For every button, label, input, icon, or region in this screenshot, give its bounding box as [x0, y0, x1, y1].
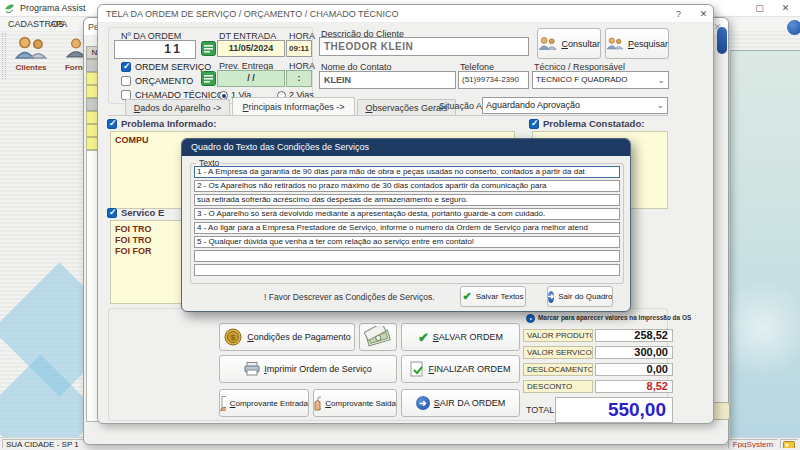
orcamento-checkbox[interactable]: [121, 76, 131, 86]
receipt-out-button[interactable]: Comprovante Saida: [313, 389, 397, 417]
consult-button[interactable]: Consultar: [537, 28, 601, 59]
tab-dados-label: Dados do Aparelho ->: [134, 103, 221, 113]
exit-order-button[interactable]: ➜ SAIR DA ORDEM: [401, 389, 520, 417]
valor-servicos-label: VALOR SERVICOS: [523, 346, 593, 359]
condition-line-5[interactable]: 4 - Ao ligar para a Empresa Prestadore d…: [194, 222, 620, 234]
valor-servicos-value[interactable]: 300,00: [595, 346, 673, 359]
servico-executado-checkbox[interactable]: [107, 208, 117, 218]
payment-conditions-button[interactable]: $ Condições de Pagamento: [219, 323, 355, 351]
chevron-down-icon: ⌄: [657, 72, 665, 88]
green-check-icon: ✔: [418, 331, 429, 344]
status-brand: FpqSystem: [728, 439, 778, 449]
order-title-bar: TELA DA ORDEM DE SERVIÇO / ORÇAMENTO / C…: [98, 5, 713, 23]
save-order-label: SALVAR ORDEM: [433, 332, 503, 342]
tab-observacoes-label: Observações Gerais: [365, 103, 447, 113]
total-value: 550,00: [555, 397, 673, 423]
calendar-icon[interactable]: [201, 41, 216, 56]
condition-line-3[interactable]: sua retirada sofrerão acréscimo das desp…: [194, 194, 620, 206]
search-button-label: Pesquisar: [628, 39, 668, 49]
save-order-button[interactable]: ✔ SALVAR ORDEM: [401, 323, 520, 351]
tab-principais-label: Principais Informações ->: [243, 102, 345, 112]
payment-button-label: Condições de Pagamento: [247, 332, 351, 342]
printer-icon: [244, 362, 260, 376]
receipt-in-icon: [220, 396, 226, 411]
valor-produtos-value[interactable]: 258,52: [595, 329, 673, 342]
document-check-icon: [410, 361, 424, 377]
order-help-button[interactable]: ?: [670, 8, 687, 21]
finish-order-button[interactable]: FINALIZAR ORDEM: [401, 355, 520, 383]
print-values-radio[interactable]: [526, 314, 535, 323]
tab-dados-aparelho[interactable]: Dados do Aparelho ->: [125, 99, 230, 115]
save-texts-button[interactable]: ✔ Salvar Textos: [460, 286, 526, 307]
green-check-icon: ✔: [462, 290, 471, 303]
servico-line: FOI TRO: [115, 235, 152, 245]
ordem-servico-checkbox[interactable]: [121, 62, 131, 72]
technician-select[interactable]: TECNICO F QUADRADO⌄: [532, 71, 669, 89]
finish-order-label: FINALIZAR ORDEM: [428, 364, 510, 374]
menu-aparelhos[interactable]: APA: [50, 19, 67, 29]
delivery-time-field[interactable]: :: [286, 70, 312, 87]
main-close-button[interactable]: ✕: [777, 2, 794, 15]
money-notes-button[interactable]: [359, 323, 397, 351]
orcamento-label: ORÇAMENTO: [135, 76, 193, 86]
toolbar-clientes-label: Clientes: [15, 63, 46, 72]
receipt-in-label: Comprovante Entrada: [230, 399, 308, 408]
svg-text:$: $: [231, 333, 236, 342]
valor-produtos-label: VALOR PRODUTOS: [523, 329, 593, 342]
toolbar-gripper: [2, 33, 6, 79]
condition-line-2[interactable]: 2 - Os Aparelhos não retirados no prazo …: [194, 180, 620, 192]
receipt-in-button[interactable]: Comprovante Entrada: [219, 389, 309, 417]
order-header-group: Nº DA ORDEM 11 ORDEM SERVIÇO ORÇAMENTO C…: [108, 27, 313, 104]
problema-informado-checkbox[interactable]: [107, 119, 117, 129]
delivery-date-field[interactable]: / /: [217, 70, 285, 87]
tab-principais-informacoes[interactable]: Principais Informações ->: [232, 97, 355, 115]
save-texts-label: Salvar Textos: [476, 292, 524, 301]
servico-executado-label: Servico E: [121, 207, 164, 218]
exit-arrow-icon: ➜: [416, 396, 430, 410]
servico-line: FOI TRO: [115, 224, 152, 234]
search-client-button[interactable]: Pesquisar: [605, 28, 669, 59]
modal-note: ! Favor Descrever as Condições de Serviç…: [264, 292, 435, 302]
condition-line-7[interactable]: [194, 250, 620, 262]
order-window-title: TELA DA ORDEM DE SERVIÇO / ORÇAMENTO / C…: [106, 9, 399, 19]
receipt-out-label: Comprovante Saida: [325, 399, 396, 408]
problema-constatado-checkbox[interactable]: [529, 119, 539, 129]
exit-arrow-icon: ➜: [548, 291, 555, 303]
conditions-modal: Quadro do Texto das Condições de Serviço…: [181, 138, 631, 312]
clipped-toolbar-icon: [717, 27, 727, 54]
consult-people-icon: [538, 36, 557, 51]
status-icon-panel: [780, 439, 798, 449]
condition-line-8[interactable]: [194, 264, 620, 276]
clients-people-icon: [14, 35, 48, 61]
money-notes-icon: [364, 326, 392, 348]
situation-select[interactable]: Aguardando Aprovação⌄: [482, 97, 668, 114]
contact-field[interactable]: KLEIN: [319, 71, 456, 89]
problema-informado-label: Problema Informado:: [121, 118, 217, 129]
app-logo-icon: [4, 3, 15, 14]
app-title: Programa Assist: [20, 3, 86, 13]
client-field[interactable]: THEODOR KLEIN: [319, 37, 529, 56]
main-restore-button[interactable]: ▢: [751, 2, 768, 15]
print-order-button[interactable]: Imprimir Ordem de Serviço: [219, 355, 397, 383]
phone-field[interactable]: (51)99734-2390: [458, 71, 529, 89]
entry-time-field[interactable]: 09:11: [286, 40, 312, 57]
servico-line: FOI FOR: [115, 246, 152, 256]
exit-order-label: SAIR DA ORDEM: [434, 398, 506, 408]
deslocamento-value[interactable]: 0,00: [595, 363, 673, 376]
problema-constatado-label: Problema Constatado:: [543, 118, 644, 129]
toolbar-clientes-button[interactable]: Clientes: [8, 31, 54, 83]
order-number-field[interactable]: 11: [114, 40, 196, 59]
condition-line-1[interactable]: 1 - A Empresa da garantia de 90 dias par…: [194, 166, 620, 178]
condition-line-6[interactable]: 5 - Qualquer dúvida que venha a ter com …: [194, 236, 620, 248]
calendar-icon[interactable]: [201, 71, 216, 86]
exit-modal-button[interactable]: ➜ Sair do Quadro: [547, 286, 613, 307]
print-values-label: Marcar para aparecer valores na Impressã…: [538, 314, 691, 321]
technician-value: TECNICO F QUADRADO: [536, 75, 628, 84]
print-order-label: Imprimir Ordem de Serviço: [264, 364, 372, 374]
order-close-button[interactable]: ✕: [695, 8, 712, 21]
coin-icon: $: [223, 328, 243, 346]
condition-line-4[interactable]: 3 - O Aparelho só será devolvido mediant…: [194, 208, 620, 220]
entry-date-field[interactable]: 11/05/2024: [217, 40, 285, 57]
desconto-value[interactable]: 8,52: [595, 380, 673, 393]
status-key-icon: [783, 440, 795, 449]
